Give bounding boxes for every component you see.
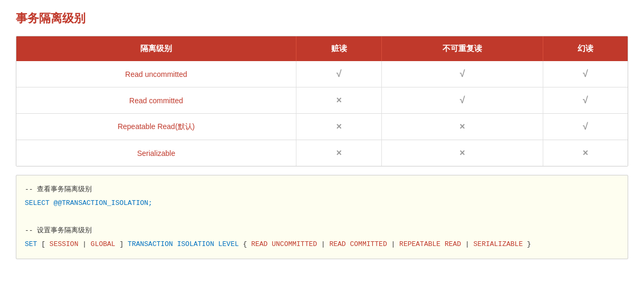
table-row: Read uncommitted √ √ √ [16, 61, 628, 87]
phantom-cell: √ [543, 61, 628, 87]
non-repeatable-cell: √ [382, 61, 543, 87]
dirty-read-cell: √ [296, 61, 382, 87]
col-header-dirty: 赃读 [296, 36, 382, 61]
table-row: Repeatable Read(默认) × × √ [16, 114, 628, 140]
level-name: Repeatable Read(默认) [16, 114, 296, 140]
dirty-read-cell: × [296, 140, 382, 166]
code-line-1: SELECT @@TRANSACTION_ISOLATION; [25, 196, 619, 210]
level-name: Read uncommitted [16, 61, 296, 87]
dirty-read-cell: × [296, 114, 382, 140]
phantom-cell: √ [543, 114, 628, 140]
code-comment-2: -- 设置事务隔离级别 [25, 224, 619, 238]
page-title: 事务隔离级别 [16, 11, 628, 26]
col-header-nonrepeat: 不可重复读 [382, 36, 543, 61]
col-header-phantom: 幻读 [543, 36, 628, 61]
code-block: -- 查看事务隔离级别 SELECT @@TRANSACTION_ISOLATI… [16, 175, 628, 259]
non-repeatable-cell: × [382, 140, 543, 166]
level-name: Serializable [16, 140, 296, 166]
phantom-cell: × [543, 140, 628, 166]
isolation-table: 隔离级别 赃读 不可重复读 幻读 Read uncommitted √ √ √ … [16, 36, 628, 166]
code-spacer [25, 210, 619, 224]
code-line-2: SET [ SESSION | GLOBAL ] TRANSACTION ISO… [25, 238, 619, 251]
phantom-cell: √ [543, 87, 628, 114]
col-header-level: 隔离级别 [16, 36, 296, 61]
table-row: Serializable × × × [16, 140, 628, 166]
code-comment-1: -- 查看事务隔离级别 [25, 183, 619, 196]
dirty-read-cell: × [296, 87, 382, 114]
non-repeatable-cell: √ [382, 87, 543, 114]
table-row: Read committed × √ √ [16, 87, 628, 114]
level-name: Read committed [16, 87, 296, 114]
table-wrapper: 隔离级别 赃读 不可重复读 幻读 Read uncommitted √ √ √ … [16, 36, 628, 166]
non-repeatable-cell: × [382, 114, 543, 140]
